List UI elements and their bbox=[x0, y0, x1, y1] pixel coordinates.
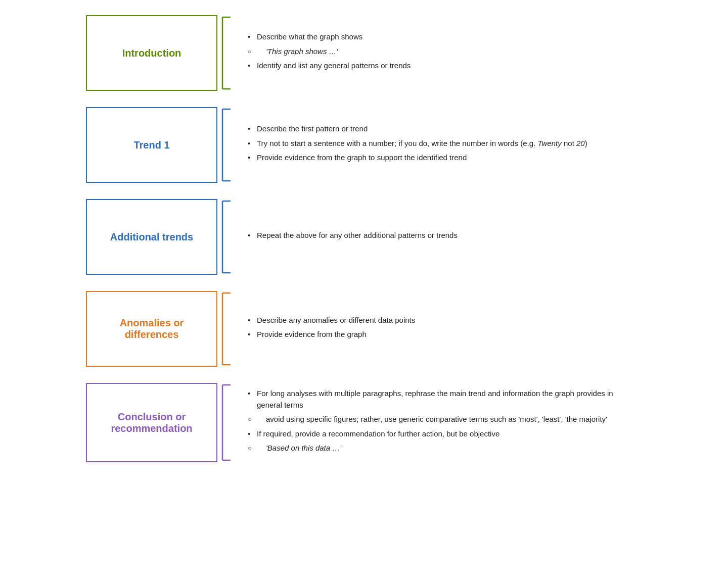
label-trend1: Trend 1 bbox=[86, 107, 217, 183]
content-trend1: Describe the first pattern or trendTry n… bbox=[233, 107, 642, 183]
row-introduction: IntroductionDescribe what the graph show… bbox=[86, 15, 642, 91]
label-anomalies: Anomalies or differences bbox=[86, 291, 217, 367]
list-sub-item: avoid using specific figures; rather, us… bbox=[248, 414, 632, 425]
row-conclusion: Conclusion or recommendationFor long ana… bbox=[86, 383, 642, 462]
list-sub-item: 'Based on this data …' bbox=[248, 443, 632, 454]
list-item: Describe what the graph shows bbox=[248, 31, 411, 43]
list-introduction: Describe what the graph shows'This graph… bbox=[248, 31, 411, 75]
list-item: Provide evidence from the graph bbox=[248, 329, 415, 340]
content-conclusion: For long analyses with multiple paragrap… bbox=[233, 383, 642, 462]
label-introduction: Introduction bbox=[86, 15, 217, 91]
list-item: Describe any anomalies or different data… bbox=[248, 315, 415, 326]
list-item: Try not to start a sentence with a numbe… bbox=[248, 138, 587, 150]
bracket-additional-trends bbox=[217, 199, 233, 275]
list-item: Identify and list any general patterns o… bbox=[248, 60, 411, 72]
label-additional-trends: Additional trends bbox=[86, 199, 217, 275]
row-anomalies: Anomalies or differencesDescribe any ano… bbox=[86, 291, 642, 367]
list-item: For long analyses with multiple paragrap… bbox=[248, 388, 632, 411]
label-conclusion: Conclusion or recommendation bbox=[86, 383, 217, 462]
list-anomalies: Describe any anomalies or different data… bbox=[248, 315, 415, 344]
page-container: IntroductionDescribe what the graph show… bbox=[86, 15, 642, 573]
content-anomalies: Describe any anomalies or different data… bbox=[233, 291, 642, 367]
content-introduction: Describe what the graph shows'This graph… bbox=[233, 15, 642, 91]
bracket-trend1 bbox=[217, 107, 233, 183]
list-additional-trends: Repeat the above for any other additiona… bbox=[248, 230, 458, 244]
list-item: Repeat the above for any other additiona… bbox=[248, 230, 458, 241]
row-trend1: Trend 1Describe the first pattern or tre… bbox=[86, 107, 642, 183]
list-conclusion: For long analyses with multiple paragrap… bbox=[248, 388, 632, 457]
row-additional-trends: Additional trendsRepeat the above for an… bbox=[86, 199, 642, 275]
list-item: Describe the first pattern or trend bbox=[248, 123, 587, 135]
bracket-anomalies bbox=[217, 291, 233, 367]
list-item: Provide evidence from the graph to suppo… bbox=[248, 152, 587, 164]
list-sub-item: 'This graph shows …' bbox=[248, 46, 411, 58]
content-additional-trends: Repeat the above for any other additiona… bbox=[233, 199, 642, 275]
list-item: If required, provide a recommendation fo… bbox=[248, 428, 632, 440]
bracket-conclusion bbox=[217, 383, 233, 462]
bracket-introduction bbox=[217, 15, 233, 91]
list-trend1: Describe the first pattern or trendTry n… bbox=[248, 123, 587, 167]
